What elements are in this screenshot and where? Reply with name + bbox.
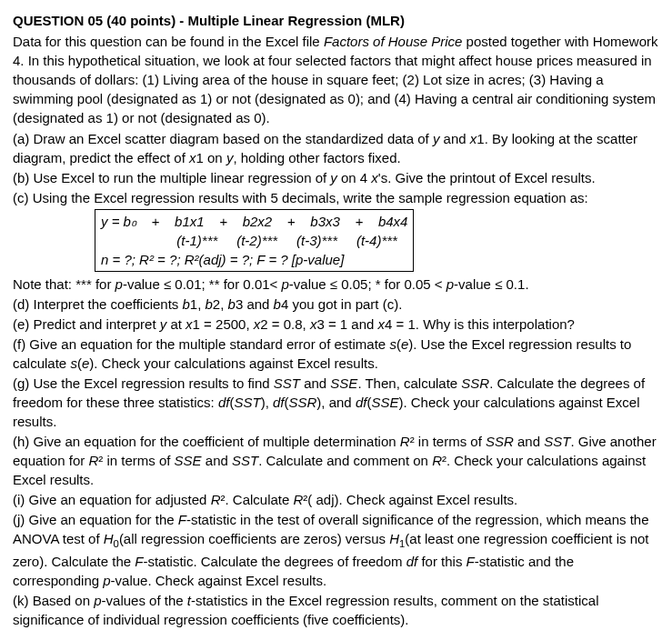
text: and <box>300 375 330 391</box>
var-r: R <box>400 434 410 449</box>
part-h: (h) Give an equation for the coefficient… <box>13 432 659 489</box>
var-x: x <box>378 316 386 332</box>
text: Note that: *** for <box>13 276 115 292</box>
text: . Calculate <box>225 492 293 507</box>
part-a-text: (a) Draw an Excel scatter diagram based … <box>13 131 433 146</box>
var-x: x <box>189 150 196 165</box>
text: -statistic. Calculate the degrees of fre… <box>143 554 406 569</box>
text: . Then, calculate <box>357 375 461 391</box>
var-e: e <box>82 355 89 371</box>
text: 2 = 0.8, <box>260 316 310 332</box>
part-d-text: (d) Interpret the coefficients <box>13 296 182 312</box>
text: 3 = 1 and <box>316 316 377 332</box>
text: 4 you got in part (c). <box>281 296 402 312</box>
var-r: R <box>294 492 304 507</box>
var-x: x <box>371 170 378 185</box>
text: 3 and <box>236 296 274 312</box>
var-e: e <box>401 336 408 352</box>
text: at <box>166 316 186 332</box>
part-i-text: (i) Give an equation for adjusted <box>13 492 211 507</box>
var-s: s <box>389 336 396 352</box>
text: -value ≤ 0.01; ** for 0.01< <box>123 276 282 292</box>
part-f: (f) Give an equation for the multiple st… <box>13 335 659 373</box>
var-x: x <box>186 316 193 332</box>
var-df: df <box>356 395 367 410</box>
intro-text-1: Data for this question can be found in t… <box>13 34 324 49</box>
var-sse: SSE <box>330 375 357 391</box>
var-r: R <box>88 453 98 468</box>
text: and <box>202 453 232 468</box>
var-p: p <box>94 593 101 608</box>
text: in terms of <box>415 434 486 449</box>
part-g: (g) Use the Excel regression results to … <box>13 374 659 431</box>
text: 2, <box>213 296 228 312</box>
var-df: df <box>218 395 230 410</box>
text: in terms of <box>103 453 174 468</box>
intro-paragraph: Data for this question can be found in t… <box>13 32 659 127</box>
part-k-text: (k) Based on <box>13 593 94 608</box>
text: 's. Give the printout of Excel results. <box>378 170 596 185</box>
var-b: b <box>206 296 213 312</box>
equation-row-1: y = b₀ + b1x1 + b2x2 + b3x3 + b4x4 <box>101 212 407 231</box>
text: ), and <box>316 395 356 410</box>
text: , holding other factors fixed. <box>233 150 400 165</box>
equation-box: y = b₀ + b1x1 + b2x2 + b3x3 + b4x4 (t-1)… <box>95 209 414 272</box>
text: 1 = 2500, <box>193 316 254 332</box>
part-b: (b) Use Excel to run the multiple linear… <box>13 168 659 187</box>
var-s: s <box>70 355 77 371</box>
text: 1, <box>190 296 206 312</box>
var-r: R <box>211 492 221 507</box>
var-r: R <box>432 453 442 468</box>
part-f-text: (f) Give an equation for the multiple st… <box>13 336 389 352</box>
text: . Calculate and comment on <box>258 453 432 468</box>
var-sse: SSE <box>371 395 398 410</box>
part-i: (i) Give an equation for adjusted R². Ca… <box>13 490 659 509</box>
equation-row-3: n = ?; R² = ?; R²(adj) = ?; F = ? [p-val… <box>101 250 407 269</box>
var-sse: SSE <box>175 453 202 468</box>
text: -values of the <box>102 593 187 608</box>
var-f: F <box>466 554 475 569</box>
text: ( adj). Check against Excel results. <box>307 492 517 507</box>
var-sst: SST <box>232 453 258 468</box>
var-sst: SST <box>234 395 260 410</box>
question-title: QUESTION 05 (40 points) - Multiple Linea… <box>13 11 659 30</box>
text: 1 on <box>196 150 226 165</box>
var-p: p <box>446 276 454 292</box>
part-h-text: (h) Give an equation for the coefficient… <box>13 434 400 449</box>
var-df: df <box>273 395 285 410</box>
part-e: (e) Predict and interpret y at x1 = 2500… <box>13 315 659 334</box>
text: (all regression coefficients are zeros) … <box>119 531 389 546</box>
var-y: y <box>330 170 337 185</box>
text: -value. Check against Excel results. <box>111 573 327 588</box>
var-sst: SST <box>544 434 570 449</box>
text: -value ≤ 0.1. <box>454 276 528 292</box>
text: ). Check your calculations against Excel… <box>89 355 378 371</box>
equation-row-2: (t-1)*** (t-2)*** (t-3)*** (t-4)*** <box>101 231 407 250</box>
var-p: p <box>282 276 289 292</box>
var-ssr: SSR <box>486 434 514 449</box>
var-p: p <box>115 276 123 292</box>
text: ), <box>261 395 273 410</box>
var-ssr: SSR <box>289 395 317 410</box>
var-ssr: SSR <box>461 375 489 391</box>
var-f: F <box>178 512 186 527</box>
part-e-text: (e) Predict and interpret <box>13 316 160 332</box>
var-p: p <box>103 573 110 588</box>
part-j-text: (j) Give an equation for the <box>13 512 178 527</box>
var-b: b <box>228 296 236 312</box>
part-a: (a) Draw an Excel scatter diagram based … <box>13 129 659 167</box>
text: 4 = 1. Why is this interpolation? <box>385 316 575 332</box>
intro-filename: Factors of House Price <box>324 34 463 49</box>
var-sst: SST <box>274 375 300 391</box>
text: on 4 <box>337 170 372 185</box>
var-b: b <box>274 296 281 312</box>
var-h: H <box>104 531 114 546</box>
part-b-text: (b) Use Excel to run the multiple linear… <box>13 170 330 185</box>
part-j: (j) Give an equation for the F-statistic… <box>13 510 659 590</box>
part-c: (c) Using the Excel regression results w… <box>13 188 659 207</box>
part-d: (d) Interpret the coefficients b1, b2, b… <box>13 295 659 314</box>
part-k: (k) Based on p-values of the t-statistic… <box>13 591 659 629</box>
text: and <box>514 434 544 449</box>
text: -value ≤ 0.05; * for 0.05 < <box>289 276 446 292</box>
var-b: b <box>182 296 189 312</box>
